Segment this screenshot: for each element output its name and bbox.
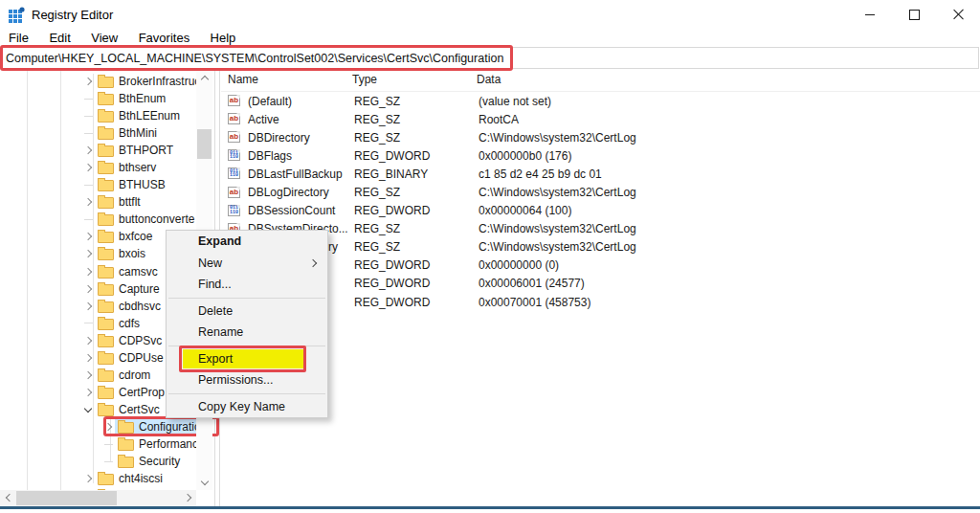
value-type: REG_SZ <box>354 95 479 108</box>
tree-item[interactable]: BthMini <box>0 124 221 142</box>
expand-icon[interactable] <box>81 372 95 378</box>
expand-icon[interactable] <box>81 303 95 309</box>
value-row[interactable]: REG_DWORD 0x00070001 (458753) <box>221 293 980 311</box>
scroll-right-button[interactable] <box>180 490 196 505</box>
column-header-name[interactable]: Name <box>228 73 258 86</box>
expand-icon[interactable] <box>81 219 95 220</box>
expand-icon[interactable] <box>101 461 115 462</box>
value-row[interactable]: DBLogDirectory REG_SZ C:\Windows\system3… <box>221 183 980 201</box>
value-type-icon <box>228 113 241 125</box>
scroll-left-button[interactable] <box>0 490 16 505</box>
menu-item-new[interactable]: New <box>167 253 327 275</box>
folder-icon <box>98 214 114 226</box>
value-row[interactable]: DBLastFullBackup REG_BINARY c1 85 d2 e4 … <box>221 165 980 183</box>
menu-item-expand[interactable]: Expand <box>167 231 327 253</box>
menu-item-label: Export <box>198 352 233 366</box>
tree-item[interactable]: BrokerInfrastruc <box>0 73 221 90</box>
menubar-item-file[interactable]: File <box>9 30 29 47</box>
value-row[interactable]: DBFlags REG_DWORD 0x000000b0 (176) <box>221 146 980 165</box>
value-row[interactable]: (Default) REG_SZ (value not set) <box>221 92 980 110</box>
value-row[interactable]: REG_DWORD 0x00000000 (0) <box>221 256 980 275</box>
window-control-icon <box>952 9 964 20</box>
tree-item[interactable]: Performance <box>0 435 221 453</box>
tree-item[interactable]: Security <box>0 453 221 470</box>
expand-icon[interactable] <box>81 147 95 153</box>
menu-item-find[interactable]: Find... <box>167 274 327 296</box>
address-bar[interactable]: Computer\HKEY_LOCAL_MACHINE\SYSTEM\Contr… <box>0 47 979 69</box>
scroll-up-button[interactable] <box>196 70 212 85</box>
horizontal-scrollbar-thumb[interactable] <box>16 491 117 505</box>
tree-item[interactable]: BTHPORT <box>0 142 221 159</box>
menu-item-label: Rename <box>198 325 243 339</box>
values-list: (Default) REG_SZ (value not set) Active … <box>221 92 980 311</box>
expand-icon[interactable] <box>101 444 115 445</box>
value-row[interactable]: REG_DWORD 0x00006001 (24577) <box>221 275 980 293</box>
column-header-type[interactable]: Type <box>352 73 377 86</box>
expand-icon[interactable] <box>81 165 95 170</box>
menu-item-delete[interactable]: Delete <box>167 301 327 323</box>
expand-icon[interactable] <box>81 185 95 186</box>
value-row[interactable]: DBTempDirectory REG_SZ C:\Windows\system… <box>221 238 980 256</box>
tree-item[interactable]: buttonconverte <box>0 211 221 228</box>
expand-icon[interactable] <box>81 116 95 117</box>
tree-item[interactable]: cht4iscsi <box>0 470 221 487</box>
expand-icon[interactable] <box>81 99 95 100</box>
reg-sz-icon <box>228 113 240 124</box>
tree-item[interactable]: BTHUSB <box>0 176 221 193</box>
menubar-item-favorites[interactable]: Favorites <box>139 30 189 47</box>
value-row[interactable]: DBSessionCount REG_DWORD 0x00000064 (100… <box>221 202 980 220</box>
value-row[interactable]: DBDirectory REG_SZ C:\Windows\system32\C… <box>221 128 980 146</box>
menubar-item-edit[interactable]: Edit <box>49 30 70 47</box>
folder-icon <box>98 180 114 191</box>
menubar-item-help[interactable]: Help <box>211 30 236 47</box>
minimize-button[interactable] <box>848 0 892 29</box>
scroll-down-button[interactable] <box>196 475 212 490</box>
folder-icon <box>98 474 114 485</box>
tree-horizontal-scrollbar[interactable] <box>0 490 196 506</box>
reg-binary-icon <box>228 149 240 161</box>
menu-item-label: Copy Key Name <box>198 400 285 413</box>
tree-item-configuration[interactable]: Configuratio <box>0 418 221 435</box>
column-header-data[interactable]: Data <box>477 73 501 86</box>
menu-item-rename[interactable]: Rename <box>167 322 327 344</box>
reg-sz-icon <box>228 131 240 143</box>
expand-icon[interactable] <box>81 286 95 292</box>
menubar-item-view[interactable]: View <box>91 30 118 47</box>
window-control-icon <box>865 14 875 15</box>
address-text: Computer\HKEY_LOCAL_MACHINE\SYSTEM\Contr… <box>1 52 503 65</box>
value-row[interactable]: Active REG_SZ RootCA <box>221 110 980 128</box>
tree-item-label: cht4iscsi <box>119 472 163 485</box>
expand-icon[interactable] <box>81 408 95 412</box>
expand-icon[interactable] <box>81 199 95 205</box>
tree-item[interactable]: bttflt <box>0 193 221 211</box>
expand-icon[interactable] <box>81 390 95 395</box>
tree-item-label: buttonconverte <box>119 212 194 226</box>
value-data: C:\Windows\system32\CertLog <box>479 131 980 145</box>
expand-icon[interactable] <box>81 323 95 323</box>
tree-item[interactable]: BthEnum <box>0 90 221 107</box>
maximize-button[interactable] <box>892 0 936 29</box>
tree-item-label: bttflt <box>119 195 141 209</box>
vertical-scrollbar-thumb[interactable] <box>197 129 212 159</box>
expand-icon[interactable] <box>81 476 95 481</box>
folder-icon <box>98 370 114 382</box>
expand-icon[interactable] <box>81 338 95 344</box>
tree-item-label: BTHPORT <box>119 144 173 157</box>
expand-icon[interactable] <box>81 234 95 239</box>
tree-item[interactable]: bthserv <box>0 159 221 176</box>
tree-item-label: CDPUse <box>119 351 164 365</box>
tree-item[interactable]: BthLEEnum <box>0 107 221 124</box>
expand-icon[interactable] <box>81 251 95 256</box>
expand-icon[interactable] <box>101 424 115 430</box>
value-row[interactable]: DBSystemDirecto... REG_SZ C:\Windows\sys… <box>221 220 980 238</box>
close-button[interactable] <box>936 0 980 29</box>
chevron-up-icon <box>200 75 208 82</box>
expand-icon[interactable] <box>81 355 95 361</box>
menu-item-export[interactable]: Export <box>167 348 327 370</box>
expand-icon[interactable] <box>81 269 95 275</box>
expand-icon[interactable] <box>81 78 95 84</box>
value-data: RootCA <box>479 113 980 126</box>
expand-icon[interactable] <box>81 133 95 134</box>
menu-item-copy-key-name[interactable]: Copy Key Name <box>167 396 327 418</box>
menu-item-permissions[interactable]: Permissions... <box>167 369 327 391</box>
